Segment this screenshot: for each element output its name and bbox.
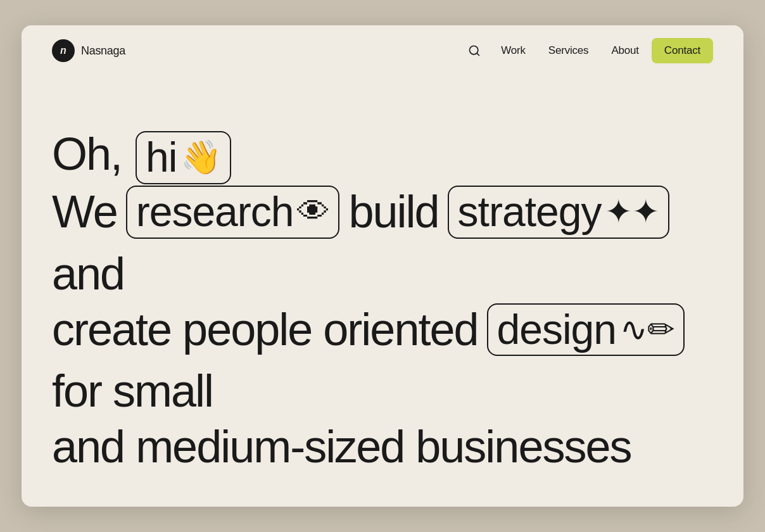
nav-link-about[interactable]: About <box>601 39 648 62</box>
badge-hi-text: hi <box>146 134 177 182</box>
hero-line3-suffix: for small <box>52 364 213 419</box>
hero-line2-and: and <box>52 246 124 302</box>
hero-line-2: We research 👁 build strategy ✦✦ and <box>52 184 713 302</box>
logo-icon: n <box>52 39 75 62</box>
hero-line2-we: We <box>52 184 117 240</box>
badge-research-icon: 👁 <box>297 193 329 231</box>
nav-link-work[interactable]: Work <box>491 39 536 62</box>
hero-text: Oh, hi 👋 We research 👁 build strategy ✦✦ <box>52 127 713 475</box>
hero-section: Oh, hi 👋 We research 👁 build strategy ✦✦ <box>22 76 743 507</box>
browser-window: n Nasnaga Work Services About Contact Oh… <box>22 25 743 507</box>
hero-badge-hi: hi 👋 <box>136 131 231 184</box>
nav-links: Work Services About Contact <box>460 38 713 63</box>
hero-line-3: create people oriented design ∿✏ for sma… <box>52 302 713 420</box>
badge-design-icon: ∿✏ <box>620 311 674 349</box>
badge-hi-icon: 👋 <box>180 139 221 177</box>
hero-badge-design: design ∿✏ <box>487 303 685 357</box>
search-button[interactable] <box>460 39 488 62</box>
logo-area[interactable]: n Nasnaga <box>52 39 125 62</box>
badge-design-text: design <box>497 306 617 354</box>
badge-strategy-icon: ✦✦ <box>605 193 659 231</box>
navbar: n Nasnaga Work Services About Contact <box>22 25 743 76</box>
nav-link-services[interactable]: Services <box>538 39 599 62</box>
hero-line2-build: build <box>348 184 438 240</box>
hero-line1-prefix: Oh, <box>52 129 122 179</box>
hero-line-1: Oh, hi 👋 <box>52 127 713 184</box>
logo-letter: n <box>60 45 66 56</box>
svg-line-1 <box>477 53 479 56</box>
hero-badge-strategy: strategy ✦✦ <box>448 186 670 239</box>
hero-line3-prefix: create people oriented <box>52 302 478 358</box>
badge-research-text: research <box>136 188 294 236</box>
hero-badge-research: research 👁 <box>126 186 340 239</box>
hero-line4-text: and medium-sized businesses <box>52 421 631 472</box>
hero-line-4: and medium-sized businesses <box>52 419 713 475</box>
nav-contact-button[interactable]: Contact <box>652 38 713 63</box>
logo-name: Nasnaga <box>81 44 125 58</box>
badge-strategy-text: strategy <box>458 188 602 236</box>
